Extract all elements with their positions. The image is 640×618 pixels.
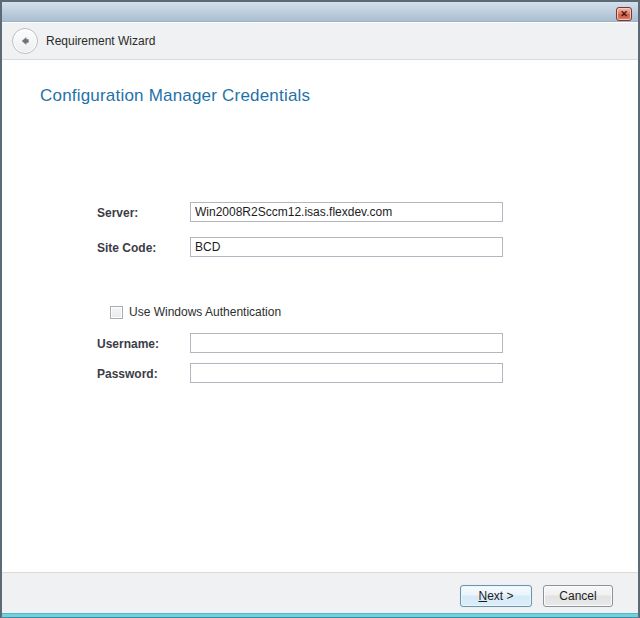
password-label: Password:	[97, 367, 187, 381]
wizard-window: ✕ Requirement Wizard Configuration Manag…	[0, 0, 640, 618]
username-input[interactable]	[190, 333, 503, 353]
username-label: Username:	[97, 337, 187, 351]
site-code-label: Site Code:	[97, 241, 187, 255]
page-title: Configuration Manager Credentials	[40, 86, 310, 106]
window-bottom-edge	[2, 613, 638, 617]
next-button-label: ext >	[487, 589, 513, 603]
next-button-accel: N	[478, 589, 487, 603]
back-button[interactable]	[12, 28, 38, 54]
cancel-button[interactable]: Cancel	[543, 585, 613, 607]
windows-auth-row: Use Windows Authentication	[110, 305, 281, 319]
footer-bar: Next > Cancel	[2, 572, 638, 614]
windows-auth-checkbox[interactable]	[110, 306, 123, 319]
arrow-left-icon	[18, 34, 32, 48]
close-button[interactable]: ✕	[616, 7, 632, 21]
server-label: Server:	[97, 206, 187, 220]
wizard-title: Requirement Wizard	[46, 23, 155, 60]
wizard-header: Requirement Wizard	[2, 23, 638, 60]
server-input[interactable]	[190, 202, 503, 222]
titlebar[interactable]: ✕	[2, 2, 638, 22]
password-input[interactable]	[190, 363, 503, 383]
windows-auth-label: Use Windows Authentication	[129, 305, 281, 319]
site-code-input[interactable]	[190, 237, 503, 257]
close-icon: ✕	[620, 9, 628, 19]
content-area	[2, 61, 638, 570]
next-button[interactable]: Next >	[460, 585, 532, 607]
